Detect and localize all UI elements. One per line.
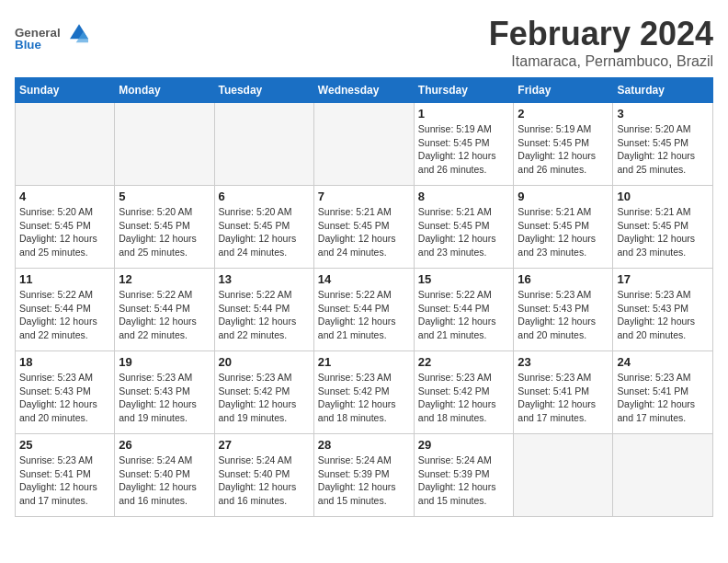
month-title: February 2024 <box>489 15 713 53</box>
day-number: 6 <box>219 190 310 203</box>
day-info: Sunrise: 5:22 AM Sunset: 5:44 PM Dayligh… <box>418 288 510 342</box>
day-info: Sunrise: 5:23 AM Sunset: 5:43 PM Dayligh… <box>617 288 709 342</box>
day-number: 10 <box>617 190 709 203</box>
weekday-header-wednesday: Wednesday <box>313 78 414 103</box>
day-number: 1 <box>418 107 510 121</box>
day-number: 14 <box>318 272 410 286</box>
calendar-cell <box>115 103 214 186</box>
weekday-header-thursday: Thursday <box>414 78 514 103</box>
day-number: 22 <box>418 355 510 369</box>
calendar-cell <box>313 103 414 186</box>
svg-text:Blue: Blue <box>15 38 41 52</box>
day-number: 25 <box>19 438 110 452</box>
day-number: 17 <box>617 272 709 286</box>
day-info: Sunrise: 5:19 AM Sunset: 5:45 PM Dayligh… <box>518 122 609 177</box>
day-info: Sunrise: 5:23 AM Sunset: 5:41 PM Dayligh… <box>617 371 709 425</box>
day-info: Sunrise: 5:24 AM Sunset: 5:39 PM Dayligh… <box>318 454 410 508</box>
day-number: 20 <box>219 355 310 369</box>
calendar-cell: 22Sunrise: 5:23 AM Sunset: 5:42 PM Dayli… <box>414 351 514 434</box>
calendar-cell: 7Sunrise: 5:21 AM Sunset: 5:45 PM Daylig… <box>313 186 414 269</box>
day-info: Sunrise: 5:21 AM Sunset: 5:45 PM Dayligh… <box>318 205 410 259</box>
day-number: 2 <box>518 107 609 121</box>
day-info: Sunrise: 5:24 AM Sunset: 5:40 PM Dayligh… <box>219 454 310 508</box>
calendar-week-row: 25Sunrise: 5:23 AM Sunset: 5:41 PM Dayli… <box>16 434 713 517</box>
day-info: Sunrise: 5:20 AM Sunset: 5:45 PM Dayligh… <box>617 122 709 177</box>
calendar-cell <box>16 103 115 186</box>
weekday-header-monday: Monday <box>115 78 214 103</box>
calendar-cell <box>613 434 713 517</box>
logo: General Blue <box>15 15 88 61</box>
day-number: 13 <box>219 272 310 286</box>
weekday-header-friday: Friday <box>514 78 613 103</box>
calendar-cell: 9Sunrise: 5:21 AM Sunset: 5:45 PM Daylig… <box>514 186 613 269</box>
day-info: Sunrise: 5:23 AM Sunset: 5:41 PM Dayligh… <box>518 371 609 425</box>
calendar-cell: 16Sunrise: 5:23 AM Sunset: 5:43 PM Dayli… <box>514 269 613 351</box>
day-number: 8 <box>418 190 510 203</box>
weekday-header-saturday: Saturday <box>613 78 713 103</box>
calendar-cell: 23Sunrise: 5:23 AM Sunset: 5:41 PM Dayli… <box>514 351 613 434</box>
day-number: 24 <box>617 355 709 369</box>
day-number: 3 <box>617 107 709 121</box>
calendar-cell: 19Sunrise: 5:23 AM Sunset: 5:43 PM Dayli… <box>115 351 214 434</box>
calendar-table: SundayMondayTuesdayWednesdayThursdayFrid… <box>15 77 713 517</box>
day-number: 5 <box>119 190 210 203</box>
day-number: 11 <box>19 272 110 286</box>
calendar-cell: 6Sunrise: 5:20 AM Sunset: 5:45 PM Daylig… <box>214 186 313 269</box>
calendar-cell: 13Sunrise: 5:22 AM Sunset: 5:44 PM Dayli… <box>214 269 313 351</box>
weekday-header-sunday: Sunday <box>16 78 115 103</box>
calendar-cell: 3Sunrise: 5:20 AM Sunset: 5:45 PM Daylig… <box>613 103 713 186</box>
day-info: Sunrise: 5:23 AM Sunset: 5:42 PM Dayligh… <box>318 371 410 425</box>
day-info: Sunrise: 5:22 AM Sunset: 5:44 PM Dayligh… <box>219 288 310 342</box>
day-info: Sunrise: 5:24 AM Sunset: 5:39 PM Dayligh… <box>418 454 510 508</box>
calendar-cell: 29Sunrise: 5:24 AM Sunset: 5:39 PM Dayli… <box>414 434 514 517</box>
day-info: Sunrise: 5:20 AM Sunset: 5:45 PM Dayligh… <box>119 205 210 259</box>
calendar-cell: 11Sunrise: 5:22 AM Sunset: 5:44 PM Dayli… <box>16 269 115 351</box>
calendar-cell: 28Sunrise: 5:24 AM Sunset: 5:39 PM Dayli… <box>313 434 414 517</box>
day-number: 18 <box>19 355 110 369</box>
day-info: Sunrise: 5:23 AM Sunset: 5:43 PM Dayligh… <box>19 371 110 425</box>
calendar-cell: 15Sunrise: 5:22 AM Sunset: 5:44 PM Dayli… <box>414 269 514 351</box>
day-number: 27 <box>219 438 310 452</box>
day-info: Sunrise: 5:23 AM Sunset: 5:43 PM Dayligh… <box>119 371 210 425</box>
calendar-cell: 10Sunrise: 5:21 AM Sunset: 5:45 PM Dayli… <box>613 186 713 269</box>
calendar-week-row: 18Sunrise: 5:23 AM Sunset: 5:43 PM Dayli… <box>16 351 713 434</box>
day-info: Sunrise: 5:24 AM Sunset: 5:40 PM Dayligh… <box>119 454 210 508</box>
day-info: Sunrise: 5:20 AM Sunset: 5:45 PM Dayligh… <box>219 205 310 259</box>
day-number: 28 <box>318 438 410 452</box>
calendar-cell <box>514 434 613 517</box>
calendar-cell: 1Sunrise: 5:19 AM Sunset: 5:45 PM Daylig… <box>414 103 514 186</box>
day-info: Sunrise: 5:21 AM Sunset: 5:45 PM Dayligh… <box>617 205 709 259</box>
day-info: Sunrise: 5:21 AM Sunset: 5:45 PM Dayligh… <box>518 205 609 259</box>
day-number: 16 <box>518 272 609 286</box>
day-number: 19 <box>119 355 210 369</box>
day-number: 15 <box>418 272 510 286</box>
day-number: 7 <box>318 190 410 203</box>
page-header: General Blue February 2024 Itamaraca, Pe… <box>15 15 713 70</box>
location-title: Itamaraca, Pernambuco, Brazil <box>489 53 713 70</box>
day-info: Sunrise: 5:22 AM Sunset: 5:44 PM Dayligh… <box>19 288 110 342</box>
calendar-cell: 2Sunrise: 5:19 AM Sunset: 5:45 PM Daylig… <box>514 103 613 186</box>
day-info: Sunrise: 5:20 AM Sunset: 5:45 PM Dayligh… <box>19 205 110 259</box>
day-number: 29 <box>418 438 510 452</box>
calendar-week-row: 1Sunrise: 5:19 AM Sunset: 5:45 PM Daylig… <box>16 103 713 186</box>
day-info: Sunrise: 5:23 AM Sunset: 5:41 PM Dayligh… <box>19 454 110 508</box>
calendar-cell: 8Sunrise: 5:21 AM Sunset: 5:45 PM Daylig… <box>414 186 514 269</box>
day-info: Sunrise: 5:23 AM Sunset: 5:43 PM Dayligh… <box>518 288 609 342</box>
calendar-cell: 20Sunrise: 5:23 AM Sunset: 5:42 PM Dayli… <box>214 351 313 434</box>
calendar-cell: 18Sunrise: 5:23 AM Sunset: 5:43 PM Dayli… <box>16 351 115 434</box>
day-info: Sunrise: 5:23 AM Sunset: 5:42 PM Dayligh… <box>418 371 510 425</box>
calendar-cell: 12Sunrise: 5:22 AM Sunset: 5:44 PM Dayli… <box>115 269 214 351</box>
day-number: 9 <box>518 190 609 203</box>
calendar-cell: 14Sunrise: 5:22 AM Sunset: 5:44 PM Dayli… <box>313 269 414 351</box>
day-info: Sunrise: 5:22 AM Sunset: 5:44 PM Dayligh… <box>318 288 410 342</box>
calendar-cell: 24Sunrise: 5:23 AM Sunset: 5:41 PM Dayli… <box>613 351 713 434</box>
day-info: Sunrise: 5:19 AM Sunset: 5:45 PM Dayligh… <box>418 122 510 177</box>
day-info: Sunrise: 5:21 AM Sunset: 5:45 PM Dayligh… <box>418 205 510 259</box>
weekday-header-tuesday: Tuesday <box>214 78 313 103</box>
calendar-cell: 26Sunrise: 5:24 AM Sunset: 5:40 PM Dayli… <box>115 434 214 517</box>
calendar-cell <box>214 103 313 186</box>
title-area: February 2024 Itamaraca, Pernambuco, Bra… <box>489 15 713 70</box>
calendar-week-row: 11Sunrise: 5:22 AM Sunset: 5:44 PM Dayli… <box>16 269 713 351</box>
day-number: 4 <box>19 190 110 203</box>
calendar-cell: 4Sunrise: 5:20 AM Sunset: 5:45 PM Daylig… <box>16 186 115 269</box>
